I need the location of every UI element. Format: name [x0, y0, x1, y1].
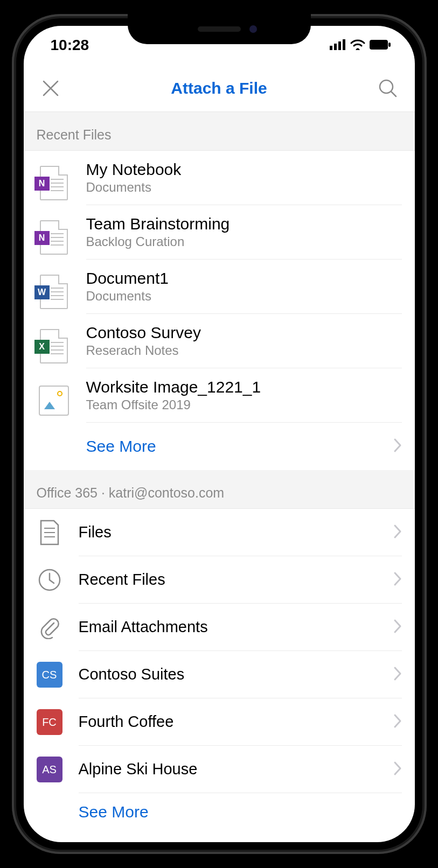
file-title: Contoso Survey	[86, 324, 402, 342]
close-icon[interactable]	[39, 76, 62, 100]
excel-icon: X	[37, 327, 71, 366]
file-row[interactable]: N My Notebook Documents	[24, 151, 415, 205]
section-header-recent: Recent Files	[24, 112, 415, 151]
onenote-icon: N	[37, 164, 71, 202]
status-time: 10:28	[51, 37, 89, 54]
location-label: Contoso Suites	[79, 666, 185, 683]
clock-icon	[34, 565, 65, 595]
svg-rect-3	[343, 39, 345, 50]
see-more-label: See More	[86, 437, 156, 456]
location-row-team[interactable]: FC Fourth Coffee	[24, 698, 415, 746]
chevron-right-icon	[393, 761, 402, 778]
chevron-right-icon	[393, 619, 402, 636]
battery-icon	[370, 37, 391, 54]
file-subtitle: Backlog Curation	[86, 234, 402, 249]
svg-rect-2	[338, 41, 341, 50]
svg-rect-5	[388, 43, 391, 47]
notch	[128, 14, 311, 44]
location-row-files[interactable]: Files	[24, 509, 415, 556]
file-row[interactable]: Worksite Image_1221_1 Team Offsite 2019	[24, 368, 415, 423]
svg-rect-1	[334, 44, 337, 50]
file-subtitle: Documents	[86, 180, 402, 195]
chevron-right-icon	[393, 666, 402, 683]
file-title: Team Brainstorming	[86, 215, 402, 233]
svg-rect-4	[370, 40, 388, 50]
file-subtitle: Team Offsite 2019	[86, 397, 402, 412]
page-title: Attach a File	[62, 79, 376, 97]
image-icon	[37, 381, 71, 420]
location-label: Fourth Coffee	[79, 713, 174, 731]
file-row[interactable]: X Contoso Survey Reserach Notes	[24, 314, 415, 368]
team-badge-icon: CS	[34, 660, 65, 690]
phone-frame: 10:28 Attach a File Recent	[12, 14, 427, 854]
chevron-right-icon	[393, 713, 402, 731]
file-title: Worksite Image_1221_1	[86, 378, 402, 396]
file-title: My Notebook	[86, 160, 402, 179]
file-subtitle: Reserach Notes	[86, 343, 402, 358]
section-header-account: Office 365 · katri@contoso.com	[24, 470, 415, 509]
signal-icon	[330, 37, 346, 54]
file-row[interactable]: N Team Brainstorming Backlog Curation	[24, 205, 415, 260]
onenote-icon: N	[37, 218, 71, 257]
files-icon	[34, 517, 65, 548]
team-badge-icon: FC	[34, 707, 65, 737]
location-label: Files	[79, 523, 112, 541]
location-row-recent[interactable]: Recent Files	[24, 556, 415, 604]
file-subtitle: Documents	[86, 289, 402, 304]
file-title: Document1	[86, 269, 402, 288]
chevron-right-icon	[393, 524, 402, 541]
location-row-team[interactable]: AS Alpine Ski House	[24, 746, 415, 793]
see-more-account[interactable]: See More	[24, 793, 415, 821]
svg-rect-0	[330, 46, 332, 50]
search-icon[interactable]	[376, 76, 400, 100]
see-more-recent[interactable]: See More	[24, 423, 415, 470]
file-row[interactable]: W Document1 Documents	[24, 260, 415, 314]
chevron-right-icon	[393, 438, 402, 455]
team-badge-icon: AS	[34, 754, 65, 785]
paperclip-icon	[34, 612, 65, 642]
location-label: Alpine Ski House	[79, 760, 198, 778]
wifi-icon	[350, 37, 365, 54]
location-row-team[interactable]: CS Contoso Suites	[24, 651, 415, 698]
location-label: Email Attachments	[79, 618, 208, 636]
location-row-attachments[interactable]: Email Attachments	[24, 604, 415, 651]
word-icon: W	[37, 272, 71, 311]
nav-bar: Attach a File	[24, 65, 415, 112]
chevron-right-icon	[393, 571, 402, 589]
screen: 10:28 Attach a File Recent	[24, 26, 415, 842]
location-label: Recent Files	[79, 571, 165, 589]
